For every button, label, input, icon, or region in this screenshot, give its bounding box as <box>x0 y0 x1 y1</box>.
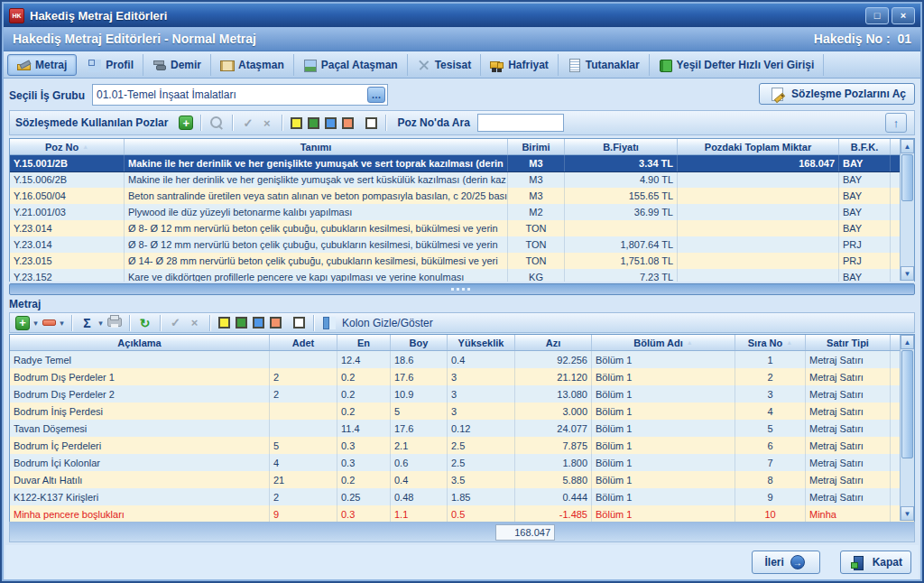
cell-boy[interactable]: 10.9 <box>391 385 448 403</box>
cell-tanim[interactable]: Beton santralinde üretilen veya satın al… <box>125 188 508 204</box>
table-row[interactable]: Y.23.015Ø 14- Ø 28 mm nervürlü beton çel… <box>10 253 914 269</box>
cell-tanim[interactable]: Plywood ile düz yüzeyli betonarme kalıbı… <box>125 204 508 220</box>
column-header-adet[interactable]: Adet <box>270 335 337 350</box>
cell-birim[interactable]: M2 <box>508 204 565 220</box>
cell-sira[interactable]: 3 <box>735 385 806 403</box>
table-row[interactable]: Y.23.014Ø 8- Ø 12 mm nervürlü beton çeli… <box>10 220 914 236</box>
cell-poz_no[interactable]: Y.23.152 <box>10 269 125 282</box>
cell-azi[interactable]: 0.444 <box>515 488 592 505</box>
cell-yukseklik[interactable]: 3.5 <box>448 471 515 488</box>
scroll-up-icon[interactable]: ▲ <box>901 139 914 153</box>
cell-bolum[interactable]: Bölüm 1 <box>592 385 735 403</box>
cell-bfk[interactable]: BAY <box>839 269 891 282</box>
table-row[interactable]: Tavan Döşemesi11.417.60.1224.077Bölüm 15… <box>10 420 914 437</box>
column-header-tanimi[interactable]: Tanımı <box>125 139 508 154</box>
cell-aciklama[interactable]: Bodrum Dış Perdeler 2 <box>10 385 270 403</box>
cell-bfk[interactable]: PRJ <box>839 236 891 253</box>
cell-en[interactable]: 0.3 <box>337 454 391 471</box>
close-button[interactable]: Kapat <box>840 551 911 574</box>
cell-bolum[interactable]: Bölüm 1 <box>592 454 735 471</box>
cell-fiyat[interactable]: 155.65 TL <box>565 188 678 204</box>
splitter[interactable] <box>9 283 915 295</box>
add-row-icon[interactable]: + <box>15 316 30 330</box>
table-row[interactable]: Y.21.001/03Plywood ile düz yüzeyli beton… <box>10 204 914 220</box>
cell-adet[interactable]: 2 <box>270 368 337 385</box>
cell-tanim[interactable]: Makine ile her derinlik ve her genişlikt… <box>125 155 508 171</box>
column-header-sira-no[interactable]: Sıra No▲ <box>735 335 806 350</box>
remove-row-dropdown-icon[interactable]: ▾ <box>58 315 66 330</box>
confirm-icon[interactable]: ✓ <box>168 315 183 330</box>
cell-tanim[interactable]: Ø 8- Ø 12 mm nervürlü beton çelik çubuğu… <box>125 236 508 253</box>
cell-miktar[interactable]: 168.047 <box>678 155 839 171</box>
cell-azi[interactable]: 21.120 <box>515 368 592 385</box>
vertical-scrollbar[interactable]: ▲ ▼ <box>900 335 914 521</box>
cell-yukseklik[interactable]: 2.5 <box>448 454 515 471</box>
cell-tip[interactable]: Metraj Satırı <box>806 420 891 437</box>
column-header-birimi[interactable]: Birimi <box>508 139 565 154</box>
cell-boy[interactable]: 1.1 <box>391 505 448 523</box>
cell-boy[interactable]: 0.6 <box>391 454 448 471</box>
tab-tutanaklar[interactable]: Tutanaklar <box>559 54 650 76</box>
cell-tip[interactable]: Metraj Satırı <box>806 385 891 403</box>
cell-aciklama[interactable]: Tavan Döşemesi <box>10 420 270 437</box>
cell-en[interactable]: 0.25 <box>337 488 391 505</box>
cell-tip[interactable]: Metraj Satırı <box>806 471 891 488</box>
column-header-poz-no[interactable]: Poz No▲ <box>10 139 125 154</box>
search-icon[interactable] <box>208 116 225 131</box>
cell-azi[interactable]: 13.080 <box>515 385 592 403</box>
confirm-icon[interactable]: ✓ <box>240 116 255 131</box>
scrollbar-thumb[interactable] <box>901 154 913 201</box>
add-row-dropdown-icon[interactable]: ▾ <box>32 315 40 330</box>
cell-miktar[interactable] <box>678 236 839 253</box>
cell-boy[interactable]: 0.48 <box>391 488 448 505</box>
table-row[interactable]: Y.16.050/04Beton santralinde üretilen ve… <box>10 188 914 204</box>
color-swatch[interactable] <box>253 317 264 329</box>
cell-bolum[interactable]: Bölüm 1 <box>592 505 735 523</box>
table-row[interactable]: Duvar Altı Hatılı210.20.43.55.880Bölüm 1… <box>10 471 914 488</box>
cell-adet[interactable]: 2 <box>270 385 337 403</box>
cell-bolum[interactable]: Bölüm 1 <box>592 437 735 454</box>
cell-aciklama[interactable]: Bodrum Dış Perdeler 1 <box>10 368 270 385</box>
cell-yukseklik[interactable]: 0.12 <box>448 420 515 437</box>
remove-row-icon[interactable] <box>42 316 56 330</box>
table-row[interactable]: Y.15.001/2BMakine ile her derinlik ve he… <box>10 155 914 171</box>
column-header-yukseklik[interactable]: Yükseklik <box>448 335 515 350</box>
cell-bfk[interactable]: BAY <box>839 155 891 171</box>
cell-sira[interactable]: 5 <box>735 420 806 437</box>
table-row[interactable]: Y.15.006/2BMakine ile her derinlik ve he… <box>10 171 914 188</box>
color-swatch[interactable] <box>236 317 247 329</box>
column-header-satir-tipi[interactable]: Satır Tipi <box>806 335 891 350</box>
cell-poz_no[interactable]: Y.16.050/04 <box>10 188 125 204</box>
cancel-icon[interactable]: × <box>187 315 202 330</box>
tab-tesisat[interactable]: Tesisat <box>408 54 481 76</box>
cell-poz_no[interactable]: Y.21.001/03 <box>10 204 125 220</box>
table-row[interactable]: Y.23.152Kare ve dikdörtgen profillerle p… <box>10 269 914 282</box>
column-header-azi[interactable]: Azı <box>515 335 592 350</box>
cell-azi[interactable]: 5.880 <box>515 471 592 488</box>
cell-sira[interactable]: 10 <box>735 505 806 523</box>
cell-aciklama[interactable]: Bodrum İç Perdeleri <box>10 437 270 454</box>
cell-aciklama[interactable]: K122-K137 Kirişleri <box>10 488 270 505</box>
column-header-toplam-miktar[interactable]: Pozdaki Toplam Miktar <box>678 139 839 154</box>
scrollbar-thumb[interactable] <box>901 350 913 458</box>
cell-bfk[interactable]: BAY <box>839 171 891 188</box>
browse-ellipsis-button[interactable]: … <box>367 87 385 103</box>
cell-bolum[interactable]: Bölüm 1 <box>592 351 735 368</box>
cell-yukseklik[interactable]: 1.85 <box>448 488 515 505</box>
sum-icon[interactable]: Σ <box>79 315 95 330</box>
cell-aciklama[interactable]: Radye Temel <box>10 351 270 368</box>
cell-en[interactable]: 0.3 <box>337 437 391 454</box>
collapse-up-button[interactable]: ↑ <box>885 113 907 133</box>
cell-aciklama[interactable]: Bodrum İniş Perdesi <box>10 403 270 420</box>
color-swatch[interactable] <box>270 317 282 329</box>
cell-sira[interactable]: 6 <box>735 437 806 454</box>
cell-poz_no[interactable]: Y.23.015 <box>10 253 125 269</box>
tab-hafriyat[interactable]: Hafriyat <box>481 54 559 76</box>
cell-fiyat[interactable]: 1,807.64 TL <box>565 236 678 253</box>
scroll-up-icon[interactable]: ▲ <box>901 335 914 349</box>
column-header-bolum-adi[interactable]: Bölüm Adı▲ <box>592 335 735 350</box>
cell-en[interactable]: 0.2 <box>337 368 391 385</box>
color-swatch[interactable] <box>365 117 377 129</box>
next-button[interactable]: İleri → <box>752 551 820 574</box>
color-swatch[interactable] <box>291 117 302 129</box>
